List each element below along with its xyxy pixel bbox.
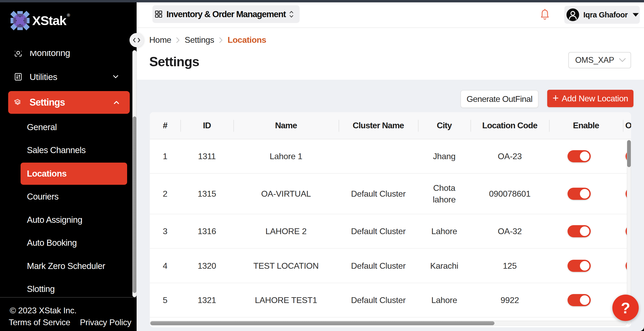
plus-icon: + (552, 92, 559, 104)
sidebar-scrollbar-thumb[interactable] (133, 116, 136, 293)
cell-enable (549, 283, 623, 317)
sidebar-item-settings[interactable]: Settings (8, 91, 130, 114)
sidebar-item-label: Slotting (27, 284, 55, 294)
column-header-cluster[interactable]: Cluster Name (339, 112, 418, 139)
column-header-city[interactable]: City (418, 112, 470, 139)
help-button[interactable]: ? (612, 295, 639, 321)
sidebar-item-label: Sales Channels (27, 145, 86, 155)
table-header-row: # ID Name Cluster Name City Location Cod… (150, 112, 631, 139)
cell-id: 1316 (180, 214, 233, 248)
chevron-up-icon (114, 101, 119, 104)
cell-city: Jhang (418, 139, 470, 173)
sidebar-item-mark-zero-scheduler[interactable]: Mark Zero Scheduler (0, 255, 137, 277)
cell-code: 090078601 (470, 174, 549, 214)
sidebar-collapse-button[interactable] (129, 33, 144, 47)
cell-name: LAHORE TEST1 (233, 283, 339, 317)
table-row: 1 1311 Lahore 1 Jhang OA-23 (150, 139, 631, 174)
app-switcher-label: Inventory & Order Management (166, 9, 286, 19)
notifications-button[interactable] (541, 9, 549, 22)
table-row: 5 1321 LAHORE TEST1 Default Cluster Laho… (150, 283, 631, 318)
sidebar-item-auto-booking[interactable]: Auto Booking (0, 232, 137, 254)
breadcrumb-settings[interactable]: Settings (185, 35, 214, 45)
caret-down-icon (632, 13, 639, 17)
enable-toggle[interactable] (568, 150, 591, 162)
sidebar-item-utilities[interactable]: Utilities (0, 65, 137, 88)
cell-name: LAHORE 2 (233, 214, 339, 248)
cell-num: 4 (150, 249, 180, 283)
generate-outfinal-button[interactable]: Generate OutFinal (460, 90, 539, 108)
utilities-icon (15, 73, 22, 81)
user-menu[interactable]: Iqra Ghafoor (564, 6, 640, 24)
cell-enable (549, 249, 623, 283)
expand-updown-icon (289, 11, 294, 18)
cell-code: 125 (470, 249, 549, 283)
cell-cluster: Default Cluster (339, 249, 418, 283)
sidebar-scrollbar[interactable] (132, 50, 137, 297)
cell-id: 1315 (180, 174, 233, 214)
privacy-policy-link[interactable]: Privacy Policy (80, 318, 131, 327)
add-new-location-label: Add New Location (562, 94, 628, 103)
toggle-knob (580, 295, 589, 305)
gear-icon (14, 99, 21, 106)
sidebar-item-auto-assigning[interactable]: Auto Assigning (0, 209, 137, 231)
client-select-value: OMS_XAP (575, 55, 619, 65)
cell-cluster: Default Cluster (339, 174, 418, 214)
enable-toggle[interactable] (568, 260, 591, 272)
cell-cluster: Default Cluster (339, 283, 418, 317)
avatar (566, 8, 579, 21)
sidebar-item-label: Couriers (27, 192, 59, 202)
add-new-location-button[interactable]: + Add New Location (547, 90, 633, 107)
cell-num: 2 (150, 174, 180, 214)
code-collapse-icon (133, 38, 141, 42)
toggle-knob (580, 152, 589, 161)
column-header-location-code[interactable]: Location Code (470, 112, 549, 139)
cell-enable (549, 174, 623, 214)
sidebar-item-label: Mark Zero Scheduler (27, 261, 105, 271)
app-switcher[interactable]: Inventory & Order Management (152, 5, 300, 23)
terms-of-service-link[interactable]: Terms of Service (9, 318, 70, 327)
sidebar-item-slotting[interactable]: Slotting (0, 278, 137, 297)
cell-id: 1321 (180, 283, 233, 317)
cell-city: Lahore (418, 283, 470, 317)
cell-code: OA-32 (470, 214, 549, 248)
sidebar-item-general[interactable]: General (0, 116, 137, 138)
cell-id: 1311 (180, 139, 233, 173)
cell-city: Lahore (418, 214, 470, 248)
column-header-name[interactable]: Name (233, 112, 339, 139)
column-header-clipped[interactable]: O (623, 112, 631, 139)
cell-num: 5 (150, 283, 180, 317)
sidebar-item-monitoring[interactable]: Monitoring (0, 51, 137, 64)
table-horizontal-scrollbar[interactable] (150, 321, 627, 326)
cell-code: OA-23 (470, 139, 549, 173)
cell-enable (549, 139, 623, 173)
grid-apps-icon (155, 11, 162, 18)
cell-city: Karachi (418, 249, 470, 283)
table-row: 4 1320 TEST LOCATION Default Cluster Kar… (150, 249, 631, 283)
cell-name: Lahore 1 (233, 139, 339, 173)
breadcrumb-home[interactable]: Home (149, 35, 171, 45)
column-header-num[interactable]: # (150, 112, 180, 139)
sidebar-item-sales-channels[interactable]: Sales Channels (0, 139, 137, 161)
cell-name: OA-VIRTUAL (233, 174, 339, 214)
xstak-logo[interactable]: XStak ® (11, 10, 69, 31)
column-header-enable[interactable]: Enable (549, 112, 623, 139)
table-row: 2 1315 OA-VIRTUAL Default Cluster Chota … (150, 174, 631, 214)
table-vertical-scrollbar-thumb[interactable] (627, 140, 631, 167)
copyright-text: © 2023 XStak Inc. (10, 306, 76, 315)
client-select[interactable]: OMS_XAP (568, 52, 631, 68)
cell-cluster: Default Cluster (339, 214, 418, 248)
enable-toggle[interactable] (568, 188, 591, 200)
table-horizontal-scrollbar-thumb[interactable] (150, 321, 494, 325)
sidebar-item-couriers[interactable]: Couriers (0, 186, 137, 208)
cell-name: TEST LOCATION (233, 249, 339, 283)
chevron-down-icon (619, 58, 626, 62)
cell-code: 9922 (470, 283, 549, 317)
breadcrumb-locations: Locations (228, 35, 266, 45)
sidebar-item-locations[interactable]: Locations (21, 163, 127, 185)
enable-toggle[interactable] (568, 294, 591, 306)
cell-num: 3 (150, 214, 180, 248)
sidebar-item-label: Auto Assigning (27, 215, 82, 225)
breadcrumb-separator-icon (219, 37, 223, 43)
column-header-id[interactable]: ID (180, 112, 233, 139)
enable-toggle[interactable] (568, 225, 591, 237)
